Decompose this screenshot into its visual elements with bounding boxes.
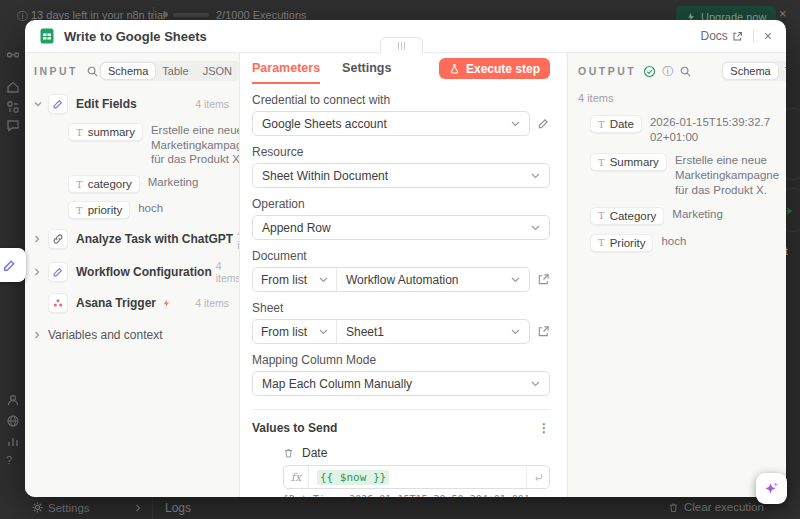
input-field-priority[interactable]: T priority hoch: [68, 201, 229, 219]
gear-icon: [31, 501, 44, 514]
open-expression-editor-icon[interactable]: [526, 466, 549, 488]
expression-text[interactable]: {{ $now }}: [317, 470, 389, 485]
input-view-tabs: Schema Table JSON: [99, 61, 240, 81]
output-field-summary[interactable]: T Summary Erstelle eine neue Marketingka…: [590, 153, 786, 197]
field-pill[interactable]: T summary: [68, 123, 143, 141]
input-node-edit-fields[interactable]: Edit Fields 4 items: [34, 94, 229, 114]
open-document-external-icon[interactable]: [537, 273, 550, 286]
string-type-icon: T: [598, 119, 605, 130]
info-icon[interactable]: ⓘ: [662, 64, 673, 79]
chevron-right-icon[interactable]: [34, 331, 43, 339]
settings-button[interactable]: Settings: [48, 502, 90, 514]
field-value: Erstelle eine neue Marketingkampagne für…: [151, 123, 240, 167]
variables-and-context-row[interactable]: Variables and context: [34, 328, 229, 342]
help-icon[interactable]: ?: [6, 454, 20, 468]
trial-progress-dot: [163, 12, 168, 17]
chat-icon[interactable]: [6, 118, 20, 132]
tab-table[interactable]: Table: [778, 63, 786, 79]
input-node-workflow-configuration[interactable]: Workflow Configuration 4 items: [34, 260, 229, 284]
docs-link[interactable]: Docs: [700, 29, 742, 43]
mapping-mode-select[interactable]: Map Each Column Manually: [252, 371, 550, 396]
output-field-date[interactable]: T Date 2026-01-15T15:39:32.702+01:00: [590, 115, 786, 144]
output-field-priority[interactable]: T Priority hoch: [590, 234, 786, 252]
home-icon[interactable]: [6, 80, 20, 94]
field-pill[interactable]: T priority: [68, 201, 130, 219]
insights-icon[interactable]: [6, 434, 20, 448]
field-value: Marketing: [672, 207, 786, 222]
value-item-date: Date fx {{ $now }} [DateTime: 2026-01-15…: [283, 446, 550, 497]
document-mode-select[interactable]: From list: [253, 268, 337, 291]
mapping-mode-label: Mapping Column Mode: [252, 353, 550, 367]
panel-drag-handle[interactable]: [380, 37, 423, 54]
string-type-icon: T: [598, 157, 605, 168]
resource-select[interactable]: Sheet Within Document: [252, 163, 550, 188]
banner-close-icon[interactable]: ×: [779, 6, 787, 21]
credential-select[interactable]: Google Sheets account: [252, 111, 530, 136]
sheet-mode-select[interactable]: From list: [253, 320, 337, 343]
modal-title: Write to Google Sheets: [64, 29, 207, 44]
input-node-analyze-task[interactable]: Analyze Task with ChatGPT 4 items: [34, 227, 229, 251]
sheet-label: Sheet: [252, 301, 550, 315]
field-pill[interactable]: T Date: [590, 115, 642, 133]
chevron-down-icon: [531, 225, 540, 231]
delete-value-icon[interactable]: [283, 447, 294, 459]
logs-button[interactable]: Logs: [165, 501, 191, 515]
field-value: Marketing: [148, 175, 229, 190]
trial-progress-bar: [173, 13, 209, 17]
logo-icon[interactable]: [6, 48, 20, 62]
topbar-divider: [153, 7, 154, 21]
field-pill[interactable]: T Category: [590, 207, 664, 225]
chevron-down-icon[interactable]: [34, 101, 43, 107]
sheet-value-select[interactable]: Sheet1: [337, 320, 529, 343]
chevron-down-icon: [511, 121, 520, 127]
field-pill[interactable]: T Summary: [590, 153, 667, 171]
more-options-icon[interactable]: ⋮: [538, 421, 550, 435]
tab-table[interactable]: Table: [155, 63, 195, 79]
tab-schema[interactable]: Schema: [723, 63, 777, 79]
input-field-category[interactable]: T category Marketing: [68, 175, 229, 193]
search-icon[interactable]: [679, 65, 692, 78]
fx-icon: fx: [284, 466, 309, 488]
document-label: Document: [252, 249, 550, 263]
output-panel-title: OUTPUT: [578, 65, 636, 77]
clear-execution-button[interactable]: Clear execution: [668, 501, 764, 513]
ai-assistant-button[interactable]: [756, 473, 787, 504]
tab-schema[interactable]: Schema: [101, 63, 155, 79]
sparkles-icon: [763, 480, 780, 497]
operation-select[interactable]: Append Row: [252, 215, 550, 240]
document-value-select[interactable]: Workflow Automation: [337, 268, 529, 291]
output-view-tabs: Schema Table: [721, 61, 786, 81]
tab-parameters[interactable]: Parameters: [252, 53, 320, 84]
input-panel-title: INPUT: [34, 65, 78, 77]
output-items-count: 4 items: [578, 92, 786, 104]
edit-credential-icon[interactable]: [537, 117, 550, 130]
community-icon[interactable]: [6, 414, 20, 428]
search-icon[interactable]: [86, 65, 99, 78]
execute-step-button[interactable]: Execute step: [439, 58, 550, 79]
chevron-down-icon: [319, 277, 328, 283]
input-field-summary[interactable]: T summary Erstelle eine neue Marketingka…: [68, 123, 229, 167]
date-expression-input[interactable]: fx {{ $now }}: [283, 465, 550, 489]
tab-json[interactable]: JSON: [196, 63, 239, 79]
field-pill[interactable]: T Priority: [590, 234, 653, 252]
tab-settings[interactable]: Settings: [342, 53, 391, 84]
credential-label: Credential to connect with: [252, 93, 550, 107]
chevron-right-icon[interactable]: [34, 235, 43, 243]
field-value: hoch: [661, 234, 783, 249]
chevron-right-icon[interactable]: [34, 268, 43, 276]
operation-label: Operation: [252, 197, 550, 211]
user-icon[interactable]: [6, 393, 20, 407]
templates-icon[interactable]: [6, 100, 20, 114]
modal-close-icon[interactable]: ×: [764, 29, 772, 43]
input-node-bubble[interactable]: [0, 248, 26, 282]
string-type-icon: T: [598, 237, 605, 248]
trash-icon: [668, 502, 679, 513]
input-node-asana-trigger[interactable]: Asana Trigger 4 items: [34, 293, 229, 313]
field-pill[interactable]: T category: [68, 175, 140, 193]
open-sheet-external-icon[interactable]: [537, 325, 550, 338]
string-type-icon: T: [76, 205, 83, 216]
chevron-down-icon: [511, 329, 520, 335]
output-field-category[interactable]: T Category Marketing: [590, 207, 786, 225]
external-link-icon: [732, 31, 743, 42]
chevron-down-icon: [511, 277, 520, 283]
